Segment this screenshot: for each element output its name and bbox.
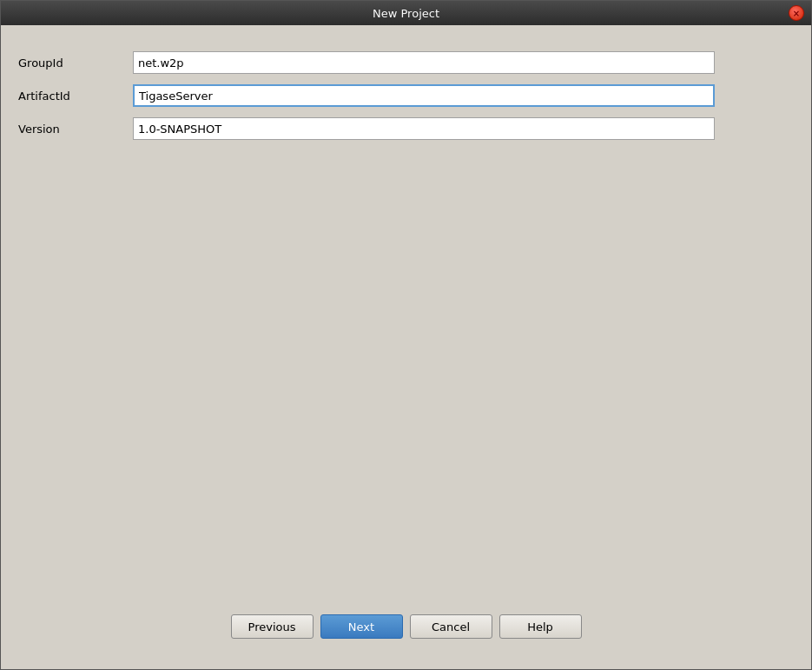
version-input[interactable] — [133, 117, 715, 140]
artifact-id-input[interactable] — [133, 84, 715, 107]
cancel-button[interactable]: Cancel — [410, 614, 492, 639]
title-bar: New Project × — [1, 1, 811, 25]
version-row: Version — [18, 117, 794, 140]
new-project-dialog: New Project × GroupId ArtifactId Version — [0, 0, 812, 670]
artifact-id-row: ArtifactId — [18, 84, 794, 107]
dialog-title: New Project — [23, 7, 789, 20]
spacer — [18, 157, 794, 606]
group-id-input[interactable] — [133, 51, 715, 74]
artifact-id-label: ArtifactId — [18, 90, 122, 103]
group-id-row: GroupId — [18, 51, 794, 74]
button-bar: Previous Next Cancel Help — [18, 606, 794, 652]
close-button[interactable]: × — [789, 5, 804, 21]
next-button[interactable]: Next — [320, 614, 403, 639]
group-id-label: GroupId — [18, 56, 122, 70]
version-label: Version — [18, 123, 122, 136]
form-area: GroupId ArtifactId Version — [18, 51, 794, 140]
help-button[interactable]: Help — [499, 614, 582, 639]
previous-button[interactable]: Previous — [231, 614, 314, 639]
content-area: GroupId ArtifactId Version Previous Next… — [1, 25, 811, 669]
